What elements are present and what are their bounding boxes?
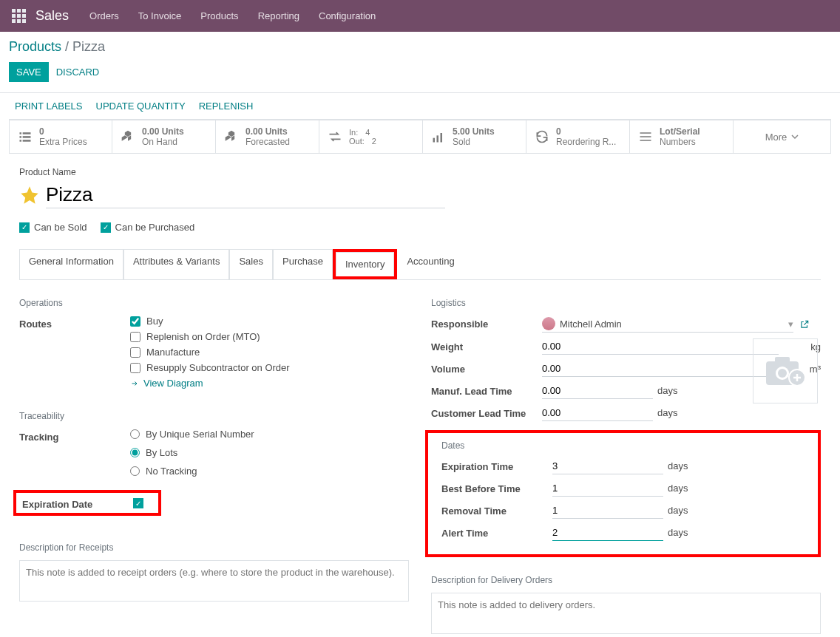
tab-accounting[interactable]: Accounting — [397, 249, 464, 280]
svg-rect-1 — [23, 132, 31, 134]
section-desc-delivery: Description for Delivery Orders — [431, 575, 821, 585]
tab-sales[interactable]: Sales — [229, 249, 273, 280]
cust-lead-label: Customer Lead Time — [431, 405, 542, 419]
highlight-expiration: Expiration Date ✓ — [13, 490, 161, 516]
product-name-input[interactable] — [46, 182, 445, 208]
menu-reporting[interactable]: Reporting — [258, 10, 299, 21]
svg-point-12 — [778, 369, 787, 378]
stat-row: 0Extra Prices 0.00 UnitsOn Hand 0.00 Uni… — [9, 119, 831, 154]
cubes-icon — [120, 129, 136, 145]
svg-rect-8 — [441, 133, 443, 143]
can-be-sold-checkbox[interactable]: ✓Can be Sold — [19, 222, 87, 233]
tab-general[interactable]: General Information — [19, 249, 123, 280]
expiration-date-checkbox[interactable]: ✓ — [133, 498, 143, 508]
stat-on-hand[interactable]: 0.00 UnitsOn Hand — [112, 120, 216, 154]
manuf-lead-input[interactable] — [542, 383, 653, 399]
menu-products[interactable]: Products — [200, 10, 238, 21]
stat-in-out[interactable]: In:4 Out:2 — [319, 120, 423, 154]
avatar — [542, 317, 555, 330]
section-desc-receipts: Description for Receipts — [19, 542, 409, 553]
star-icon[interactable] — [19, 185, 40, 205]
volume-input[interactable] — [542, 361, 779, 377]
apps-icon[interactable] — [12, 9, 27, 24]
exp-time-input[interactable] — [552, 458, 663, 474]
desc-delivery-input[interactable] — [431, 593, 821, 634]
menu-orders[interactable]: Orders — [89, 10, 119, 21]
breadcrumb: Products / Pizza — [9, 39, 105, 55]
chart-icon — [430, 129, 447, 145]
discard-button[interactable]: DISCARD — [56, 67, 100, 78]
svg-rect-2 — [20, 136, 22, 138]
chevron-down-icon — [791, 133, 799, 140]
arrow-right-icon — [130, 379, 139, 388]
svg-rect-10 — [775, 357, 790, 363]
product-image-placeholder[interactable] — [753, 338, 818, 403]
svg-rect-4 — [20, 140, 22, 142]
section-operations: Operations — [19, 298, 409, 308]
routes-label: Routes — [19, 316, 130, 330]
rm-time-input[interactable] — [552, 503, 663, 519]
rm-time-label: Removal Time — [441, 503, 552, 517]
stat-forecasted[interactable]: 0.00 UnitsForecasted — [216, 120, 319, 154]
route-resupply-checkbox[interactable] — [130, 363, 140, 373]
exp-time-label: Expiration Time — [441, 458, 552, 472]
stat-reordering[interactable]: 0Reordering R... — [526, 120, 630, 154]
section-traceability: Traceability — [19, 411, 409, 421]
svg-rect-6 — [433, 138, 436, 143]
tab-inventory[interactable]: Inventory — [336, 252, 394, 276]
tab-attributes[interactable]: Attributes & Variants — [123, 249, 230, 280]
replenish-button[interactable]: REPLENISH — [199, 101, 254, 112]
list-icon — [17, 129, 33, 145]
save-button[interactable]: SAVE — [9, 62, 49, 82]
highlight-tab: Inventory — [333, 249, 397, 279]
section-dates: Dates — [441, 440, 805, 451]
stat-more[interactable]: More — [734, 120, 831, 154]
svg-rect-3 — [23, 136, 31, 138]
tracking-serial-radio[interactable] — [130, 429, 140, 439]
desc-receipts-input[interactable] — [19, 560, 409, 602]
highlight-dates: Dates Expiration Time days Best Before T… — [425, 430, 821, 557]
section-logistics: Logistics — [431, 298, 821, 308]
responsible-label: Responsible — [431, 316, 542, 330]
chevron-down-icon: ▾ — [788, 318, 793, 330]
view-diagram-link[interactable]: View Diagram — [130, 378, 409, 389]
route-buy-checkbox[interactable] — [130, 316, 140, 327]
topbar: Sales Orders To Invoice Products Reporti… — [0, 0, 840, 32]
bb-time-label: Best Before Time — [441, 480, 552, 494]
product-name-label: Product Name — [19, 167, 821, 177]
cubes-icon — [223, 129, 240, 145]
alert-time-input[interactable] — [552, 525, 663, 541]
responsible-select[interactable]: Mitchell Admin ▾ — [542, 316, 793, 333]
external-link-icon[interactable] — [799, 319, 810, 330]
transfer-icon — [327, 129, 343, 145]
stat-extra-prices[interactable]: 0Extra Prices — [9, 120, 112, 154]
breadcrumb-parent[interactable]: Products — [9, 39, 61, 54]
svg-rect-5 — [23, 140, 31, 142]
alert-time-label: Alert Time — [441, 525, 552, 539]
menu-to-invoice[interactable]: To Invoice — [138, 10, 182, 21]
stat-lot-serial[interactable]: Lot/SerialNumbers — [630, 120, 734, 154]
app-name[interactable]: Sales — [35, 8, 69, 24]
expiration-date-label: Expiration Date — [22, 496, 133, 510]
tracking-lots-radio[interactable] — [130, 448, 140, 457]
cust-lead-input[interactable] — [542, 405, 653, 421]
route-mto-checkbox[interactable] — [130, 332, 140, 342]
tab-purchase[interactable]: Purchase — [273, 249, 333, 280]
weight-label: Weight — [431, 338, 542, 352]
svg-rect-0 — [20, 132, 22, 134]
refresh-icon — [534, 129, 550, 145]
menu-configuration[interactable]: Configuration — [319, 10, 376, 21]
update-quantity-button[interactable]: UPDATE QUANTITY — [96, 101, 186, 112]
print-labels-button[interactable]: PRINT LABELS — [15, 101, 83, 112]
weight-input[interactable] — [542, 338, 779, 355]
volume-label: Volume — [431, 361, 542, 375]
route-manufacture-checkbox[interactable] — [130, 347, 140, 358]
can-be-purchased-checkbox[interactable]: ✓Can be Purchased — [101, 222, 195, 233]
breadcrumb-current: Pizza — [72, 39, 105, 54]
svg-rect-7 — [437, 135, 439, 142]
stat-sold[interactable]: 5.00 UnitsSold — [423, 120, 526, 154]
tracking-none-radio[interactable] — [130, 466, 140, 476]
bars-icon — [637, 129, 654, 145]
bb-time-input[interactable] — [552, 480, 663, 497]
tabs: General Information Attributes & Variant… — [19, 249, 821, 280]
